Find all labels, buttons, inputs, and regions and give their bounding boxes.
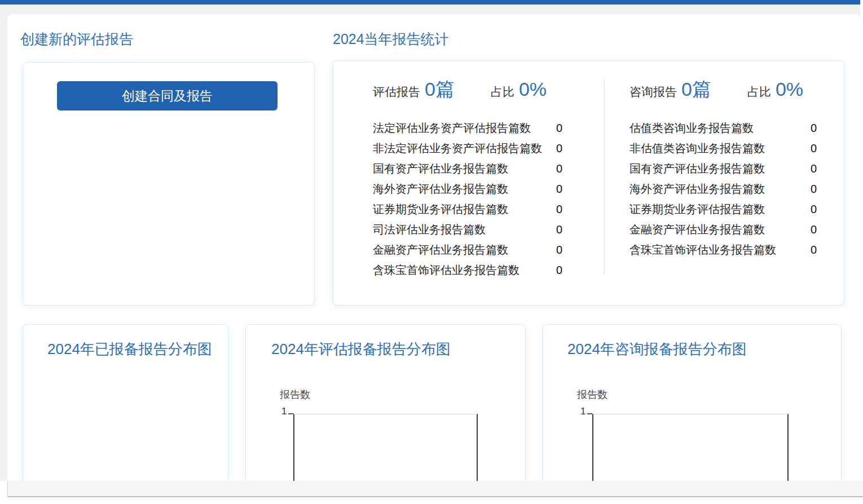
stat-value: 0 — [811, 179, 817, 199]
stat-row: 证券期货业务评估报告篇数0 — [373, 199, 562, 219]
stat-row: 估值类咨询业务报告篇数0 — [629, 118, 817, 138]
chart-title: 2024年咨询报备报告分布图 — [543, 339, 841, 359]
consulting-stats-list: 估值类咨询业务报告篇数0非估值类咨询业务报告篇数0国有资产评估业务报告篇数0海外… — [629, 118, 817, 260]
stat-value: 0 — [811, 219, 817, 240]
appraisal-stats-header: 评估报告 0篇 占比 0% — [373, 78, 562, 103]
stat-row: 非法定评估业务资产评估报告篇数0 — [373, 138, 562, 158]
consulting-ratio-label: 占比 — [747, 81, 771, 103]
appraisal-ratio-value: 0% — [519, 78, 547, 100]
stat-row: 海外资产评估业务报告篇数0 — [629, 179, 817, 199]
stat-value: 0 — [556, 158, 562, 179]
stat-row: 法定评估业务资产评估报告篇数0 — [373, 118, 562, 138]
stat-row: 含珠宝首饰评估业务报告篇数0 — [629, 240, 817, 260]
chart-title: 2024年评估报备报告分布图 — [246, 339, 525, 359]
stat-label: 含珠宝首饰评估业务报告篇数 — [629, 240, 776, 260]
stat-label: 非法定评估业务资产评估报告篇数 — [373, 138, 542, 158]
stat-label: 国有资产评估业务报告篇数 — [373, 158, 508, 179]
stat-value: 0 — [556, 179, 562, 199]
main-panel: 创建新的评估报告 2024当年报告统计 创建合同及报告 评估报告 0篇 占比 0… — [7, 14, 860, 481]
stat-value: 0 — [556, 138, 562, 158]
stat-value: 0 — [556, 260, 562, 280]
appraisal-stats-list: 法定评估业务资产评估报告篇数0非法定评估业务资产评估报告篇数0国有资产评估业务报… — [373, 118, 562, 280]
chart-title: 2024年已报备报告分布图 — [23, 339, 228, 359]
stat-label: 法定评估业务资产评估报告篇数 — [373, 118, 531, 138]
stat-label: 国有资产评估业务报告篇数 — [629, 158, 765, 179]
create-contract-report-button[interactable]: 创建合同及报告 — [57, 81, 278, 110]
y-axis-tick-label: 1 — [281, 406, 287, 417]
create-report-card: 创建合同及报告 — [23, 62, 315, 306]
stat-value: 0 — [556, 219, 562, 240]
stat-value: 0 — [811, 240, 817, 260]
stat-label: 非估值类咨询业务报告篇数 — [629, 138, 765, 158]
stat-label: 证券期货业务评估报告篇数 — [629, 199, 765, 219]
stat-label: 司法评估业务报告篇数 — [373, 219, 486, 240]
stat-label: 证券期货业务评估报告篇数 — [373, 199, 508, 219]
chart-card-3: 2024年咨询报备报告分布图 报告数 1 — [543, 324, 842, 481]
stats-column-divider — [604, 79, 605, 275]
y-axis-name: 报告数 — [280, 388, 310, 401]
top-accent-bar — [0, 0, 860, 5]
stat-label: 金融资产评估业务报告篇数 — [373, 240, 508, 260]
footer-strip — [7, 481, 863, 497]
create-section-heading: 创建新的评估报告 — [20, 30, 133, 48]
consulting-report-label: 咨询报告 — [629, 81, 677, 103]
chart-plot-area — [293, 414, 478, 481]
y-axis-name: 报告数 — [577, 388, 607, 401]
stat-label: 海外资产评估业务报告篇数 — [373, 179, 508, 199]
appraisal-stats-column: 评估报告 0篇 占比 0% 法定评估业务资产评估报告篇数0非法定评估业务资产评估… — [373, 78, 562, 280]
stat-value: 0 — [811, 138, 817, 158]
stat-row: 海外资产评估业务报告篇数0 — [373, 179, 562, 199]
stat-label: 金融资产评估业务报告篇数 — [629, 219, 765, 240]
stat-label: 海外资产评估业务报告篇数 — [629, 179, 765, 199]
appraisal-report-count: 0篇 — [425, 78, 455, 100]
consulting-ratio-value: 0% — [776, 78, 803, 100]
appraisal-ratio-label: 占比 — [491, 81, 514, 103]
stat-label: 估值类咨询业务报告篇数 — [629, 118, 754, 138]
y-axis-tick-mark — [587, 413, 592, 414]
consulting-stats-header: 咨询报告 0篇 占比 0% — [629, 78, 817, 103]
stat-row: 司法评估业务报告篇数0 — [373, 219, 562, 240]
appraisal-report-label: 评估报告 — [373, 81, 420, 103]
stat-value: 0 — [556, 240, 562, 260]
y-axis-tick-mark — [288, 413, 293, 414]
stats-section-heading: 2024当年报告统计 — [333, 30, 449, 48]
report-stats-card: 评估报告 0篇 占比 0% 法定评估业务资产评估报告篇数0非法定评估业务资产评估… — [333, 60, 844, 306]
consulting-stats-column: 咨询报告 0篇 占比 0% 估值类咨询业务报告篇数0非估值类咨询业务报告篇数0国… — [629, 78, 817, 260]
stat-value: 0 — [811, 199, 817, 219]
chart-card-2: 2024年评估报备报告分布图 报告数 1 — [245, 324, 526, 481]
stat-row: 国有资产评估业务报告篇数0 — [629, 158, 817, 179]
stat-row: 国有资产评估业务报告篇数0 — [373, 158, 562, 179]
stat-value: 0 — [556, 118, 562, 138]
stat-row: 金融资产评估业务报告篇数0 — [629, 219, 817, 240]
stat-row: 含珠宝首饰评估业务报告篇数0 — [373, 260, 562, 280]
stat-row: 非估值类咨询业务报告篇数0 — [629, 138, 817, 158]
stat-row: 证券期货业务评估报告篇数0 — [629, 199, 817, 219]
y-axis-tick-label: 1 — [580, 406, 585, 417]
chart-plot-area — [592, 414, 789, 481]
stat-value: 0 — [811, 158, 817, 179]
stat-value: 0 — [556, 199, 562, 219]
chart-card-1: 2024年已报备报告分布图 — [23, 324, 228, 481]
stat-value: 0 — [811, 118, 817, 138]
stat-label: 含珠宝首饰评估业务报告篇数 — [373, 260, 519, 280]
stat-row: 金融资产评估业务报告篇数0 — [373, 240, 562, 260]
consulting-report-count: 0篇 — [681, 78, 711, 100]
